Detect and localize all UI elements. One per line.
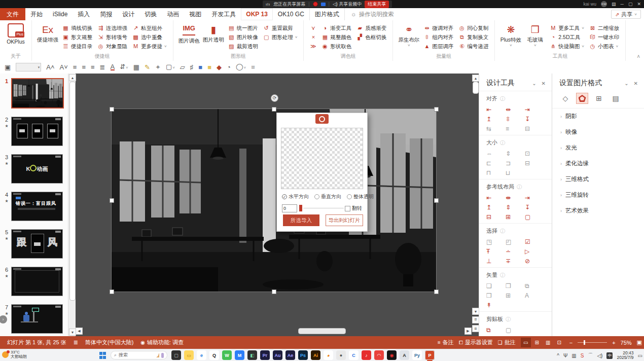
minimize-button[interactable]: ─ — [621, 2, 624, 7]
equalize-icon[interactable]: ⊟ — [525, 160, 544, 166]
taskbar-app-gray[interactable]: ● — [336, 350, 346, 360]
align-right-button[interactable]: ≡ — [91, 64, 95, 71]
distribute-v-icon[interactable]: ≡ — [506, 126, 525, 132]
stretch-bottom-icon[interactable]: ⊔ — [506, 170, 525, 176]
justify-button[interactable]: ≣ — [100, 64, 105, 71]
format-item-5[interactable]: ›三维旋转 — [552, 187, 644, 203]
canvas-horizontal-scrollbar[interactable]: ◀ ▶ — [75, 327, 472, 334]
ribbon-item[interactable]: ⑥编号递进 — [458, 43, 488, 50]
ribbon-item[interactable]: ⇹微调对齐 — [423, 25, 453, 31]
format-item-0[interactable]: ›阴影 — [552, 109, 644, 124]
more-button[interactable]: ≡ — [251, 64, 255, 71]
ribbon-item[interactable]: × — [310, 34, 316, 41]
save-icon[interactable]: ▣ — [5, 64, 11, 71]
resize-handle-w[interactable] — [110, 198, 114, 203]
scrollbar-thumb[interactable] — [473, 82, 479, 94]
yellow-note-button[interactable]: ■ — [207, 64, 211, 71]
line-spacing-button[interactable]: ⇵˅ — [120, 63, 128, 71]
select-same-shape-icon[interactable]: ◰ — [506, 239, 525, 245]
ribbon-item[interactable]: ⇳组内对齐 — [423, 34, 453, 41]
vector-paste-icon[interactable]: ❐ — [506, 283, 525, 289]
slide-canvas[interactable]: ⟳ ✓水平方向垂直方向整体透明 0 翻转 — [75, 74, 472, 336]
menu-tab-2[interactable]: iSlide — [48, 8, 73, 20]
slide-thumbnail[interactable] — [11, 304, 63, 334]
taskbar-app-window[interactable]: ▢ — [171, 350, 181, 360]
distribute-h-icon[interactable]: ⇆ — [486, 126, 506, 132]
ribbon-item[interactable]: ▣形文规整 — [62, 34, 92, 41]
vector-swap-icon[interactable]: ⧉ — [525, 283, 544, 289]
increase-font-button[interactable]: A˄ — [46, 64, 54, 71]
magic-wand-button[interactable]: ✦ — [155, 64, 161, 71]
record-icon[interactable] — [313, 2, 318, 7]
format-item-3[interactable]: ›柔化边缘 — [552, 156, 644, 171]
tray-chevron-icon[interactable]: ^ — [557, 353, 559, 358]
ribbon-item[interactable]: ▞色框切换 — [356, 34, 386, 41]
ribbon-item[interactable]: 印一键水印 — [589, 34, 619, 41]
tell-me-search[interactable]: ☼ 操作说明搜索 — [345, 8, 394, 20]
ribbon-big-item[interactable]: Ex便捷增强 — [36, 23, 59, 43]
ribbon-item[interactable]: ◑渐变工具 — [321, 25, 351, 31]
tray-wifi-icon[interactable]: ⌒ — [588, 352, 593, 359]
fit-to-window-button[interactable]: ▣ — [637, 339, 642, 346]
align-center-button[interactable]: ≡ — [82, 64, 86, 71]
note-button[interactable]: ▱ — [180, 64, 185, 71]
ribbon-item[interactable]: ▢图形处理˅ — [263, 34, 298, 41]
size-properties-tab[interactable]: ⊞ — [593, 93, 605, 104]
ribbon-big-item[interactable]: IMG图片调色 — [177, 23, 201, 44]
guide-bottom-icon[interactable]: ↧ — [525, 204, 544, 210]
dialog-handle[interactable] — [315, 114, 329, 124]
radio-option[interactable]: 整体透明 — [347, 193, 374, 200]
align-center-h-icon[interactable]: ⇹ — [506, 106, 525, 113]
taskbar-app-photoshop[interactable]: Ps — [298, 350, 308, 360]
same-width-icon[interactable]: ⇔ — [486, 151, 506, 157]
menu-tab-active[interactable]: OKP 13 — [241, 8, 272, 20]
ribbon-item[interactable]: ▩选中重叠 — [132, 34, 167, 41]
export-to-slide-button[interactable]: 导出到幻灯片 — [326, 214, 363, 226]
timer-button[interactable]: ◔ — [227, 64, 231, 71]
collapse-panel-button[interactable]: ⌄ — [532, 81, 536, 86]
taskbar-app-qq[interactable]: Q — [209, 350, 219, 360]
collapse-ribbon-button[interactable]: ˄ — [637, 54, 640, 59]
font-color-button[interactable]: A — [111, 64, 115, 70]
ribbon-item[interactable]: ◷小图表˅ — [589, 43, 619, 50]
view-reading-button[interactable]: ▥ — [543, 338, 553, 347]
font-size-combo[interactable]: ▾ — [16, 63, 41, 71]
ribbon-item[interactable]: ◉形状取色 — [321, 43, 351, 50]
shape-color-button[interactable]: ◯˅ — [236, 63, 246, 71]
align-top-icon[interactable]: ↥ — [486, 116, 506, 122]
flip-checkbox[interactable]: 翻转 — [345, 205, 362, 212]
previous-slide-button[interactable]: ⇈ — [472, 316, 479, 323]
ribbon-item[interactable]: ⇶连选增强 — [97, 25, 127, 31]
resize-handle-nw[interactable] — [110, 107, 114, 112]
ribbon-item[interactable]: ⧉复制换文 — [458, 34, 488, 41]
menu-tab-7[interactable]: 动画 — [162, 8, 184, 20]
ribbon-item[interactable]: ☰便捷目录 — [62, 43, 92, 50]
ribbon-options-icon[interactable]: ▤ — [612, 2, 616, 7]
slide-thumbnail[interactable] — [11, 78, 64, 109]
ribbon-item[interactable]: ⋎ — [310, 25, 316, 31]
vector-tree-icon[interactable]: ↟ — [486, 302, 506, 308]
align-bottom-icon[interactable]: ↧ — [525, 116, 544, 122]
select-checked-icon[interactable]: ☑ — [525, 239, 544, 245]
guide-right-icon[interactable]: ⇥ — [525, 195, 544, 201]
ribbon-item[interactable]: ⋔快捷脑图˅ — [550, 43, 584, 50]
format-item-1[interactable]: ›映像 — [552, 124, 644, 140]
vector-copy-icon[interactable]: ❏ — [486, 283, 506, 289]
resize-handle-ne[interactable] — [434, 107, 439, 112]
menu-tab-3[interactable]: 插入 — [73, 8, 95, 20]
clipboard-empty-icon[interactable]: ▢ — [506, 327, 525, 333]
ribbon-item[interactable]: ≫ — [310, 43, 316, 50]
ribbon-item[interactable]: ▦规整颜色 — [321, 34, 351, 41]
slider-track[interactable] — [303, 208, 344, 208]
menu-tab-1[interactable]: 开始 — [25, 8, 48, 20]
camera-icon[interactable] — [321, 3, 326, 6]
taskbar-app-wechat[interactable]: W — [222, 350, 232, 360]
ribbon-item[interactable]: ▤统一图片 — [228, 25, 258, 31]
same-size-icon[interactable]: ⊡ — [525, 151, 544, 157]
taskbar-app-redapp[interactable]: ◠ — [374, 350, 384, 360]
ribbon-item[interactable]: ▧图片映像 — [228, 34, 258, 41]
taskbar-app-quark[interactable]: M — [235, 350, 244, 360]
effects-tab[interactable] — [576, 93, 588, 104]
align-middle-icon[interactable]: ⇳ — [506, 116, 525, 122]
taskbar-app-audition[interactable]: Au — [273, 350, 282, 360]
